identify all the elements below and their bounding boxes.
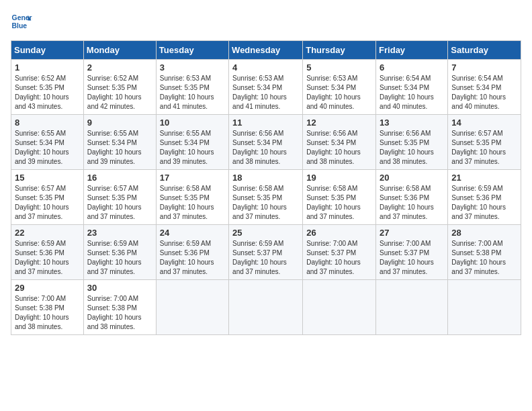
day-number: 1: [15, 62, 80, 73]
day-info: Sunrise: 6:52 AMSunset: 5:35 PMDaylight:…: [87, 74, 152, 111]
day-info: Sunrise: 6:56 AMSunset: 5:35 PMDaylight:…: [380, 129, 444, 167]
day-info: Sunrise: 6:56 AMSunset: 5:34 PMDaylight:…: [232, 129, 299, 167]
calendar-cell: 23Sunrise: 6:59 AMSunset: 5:36 PMDayligh…: [83, 225, 156, 280]
logo: General Blue: [11, 11, 35, 32]
day-info: Sunrise: 6:58 AMSunset: 5:35 PMDaylight:…: [160, 184, 225, 222]
calendar-cell: 27Sunrise: 7:00 AMSunset: 5:37 PMDayligh…: [376, 225, 448, 280]
calendar-table: SundayMondayTuesdayWednesdayThursdayFrid…: [11, 40, 521, 335]
day-info: Sunrise: 6:55 AMSunset: 5:34 PMDaylight:…: [87, 129, 152, 167]
day-info: Sunrise: 6:58 AMSunset: 5:35 PMDaylight:…: [306, 184, 372, 222]
week-row-1: 1Sunrise: 6:52 AMSunset: 5:35 PMDaylight…: [11, 60, 521, 115]
day-info: Sunrise: 6:54 AMSunset: 5:34 PMDaylight:…: [451, 74, 517, 111]
calendar-cell: 24Sunrise: 6:59 AMSunset: 5:36 PMDayligh…: [156, 225, 228, 280]
calendar-cell: [376, 280, 448, 335]
day-number: 20: [380, 173, 444, 183]
day-number: 5: [306, 62, 372, 73]
calendar-cell: 12Sunrise: 6:56 AMSunset: 5:34 PMDayligh…: [303, 115, 376, 170]
calendar-cell: 29Sunrise: 7:00 AMSunset: 5:38 PMDayligh…: [11, 280, 84, 335]
day-number: 14: [451, 118, 517, 128]
day-number: 23: [87, 228, 152, 238]
week-row-5: 29Sunrise: 7:00 AMSunset: 5:38 PMDayligh…: [11, 280, 521, 335]
day-info: Sunrise: 6:57 AMSunset: 5:35 PMDaylight:…: [451, 129, 517, 167]
day-info: Sunrise: 6:55 AMSunset: 5:34 PMDaylight:…: [160, 129, 225, 167]
day-number: 4: [232, 62, 299, 73]
calendar-cell: [303, 280, 376, 335]
day-number: 28: [451, 228, 517, 238]
calendar-cell: 1Sunrise: 6:52 AMSunset: 5:35 PMDaylight…: [11, 60, 84, 115]
logo-icon: General Blue: [11, 11, 32, 32]
header-sunday: Sunday: [11, 41, 84, 60]
day-number: 10: [160, 118, 225, 128]
day-info: Sunrise: 6:53 AMSunset: 5:34 PMDaylight:…: [306, 74, 372, 111]
day-number: 16: [87, 173, 152, 183]
calendar-cell: 30Sunrise: 7:00 AMSunset: 5:38 PMDayligh…: [83, 280, 156, 335]
calendar-cell: 8Sunrise: 6:55 AMSunset: 5:34 PMDaylight…: [11, 115, 84, 170]
calendar-cell: 15Sunrise: 6:57 AMSunset: 5:35 PMDayligh…: [11, 170, 84, 225]
week-row-2: 8Sunrise: 6:55 AMSunset: 5:34 PMDaylight…: [11, 115, 521, 170]
calendar-cell: 25Sunrise: 6:59 AMSunset: 5:37 PMDayligh…: [229, 225, 303, 280]
day-info: Sunrise: 6:53 AMSunset: 5:34 PMDaylight:…: [232, 74, 299, 111]
day-info: Sunrise: 6:59 AMSunset: 5:36 PMDaylight:…: [15, 239, 80, 277]
day-number: 29: [15, 283, 80, 293]
calendar-cell: 4Sunrise: 6:53 AMSunset: 5:34 PMDaylight…: [229, 60, 303, 115]
calendar-cell: [156, 280, 228, 335]
day-info: Sunrise: 6:59 AMSunset: 5:36 PMDaylight:…: [87, 239, 152, 277]
calendar-cell: 19Sunrise: 6:58 AMSunset: 5:35 PMDayligh…: [303, 170, 376, 225]
calendar-cell: 20Sunrise: 6:58 AMSunset: 5:36 PMDayligh…: [376, 170, 448, 225]
calendar-cell: 28Sunrise: 7:00 AMSunset: 5:38 PMDayligh…: [448, 225, 521, 280]
day-number: 11: [232, 118, 299, 128]
calendar-header-row: SundayMondayTuesdayWednesdayThursdayFrid…: [11, 41, 521, 60]
calendar-cell: 18Sunrise: 6:58 AMSunset: 5:35 PMDayligh…: [229, 170, 303, 225]
calendar-cell: 13Sunrise: 6:56 AMSunset: 5:35 PMDayligh…: [376, 115, 448, 170]
day-info: Sunrise: 6:53 AMSunset: 5:35 PMDaylight:…: [160, 74, 225, 111]
week-row-3: 15Sunrise: 6:57 AMSunset: 5:35 PMDayligh…: [11, 170, 521, 225]
day-number: 13: [380, 118, 444, 128]
header-thursday: Thursday: [303, 41, 376, 60]
calendar-cell: [229, 280, 303, 335]
day-number: 25: [232, 228, 299, 238]
day-number: 19: [306, 173, 372, 183]
day-info: Sunrise: 6:57 AMSunset: 5:35 PMDaylight:…: [15, 184, 80, 222]
header-tuesday: Tuesday: [156, 41, 228, 60]
calendar-cell: 26Sunrise: 7:00 AMSunset: 5:37 PMDayligh…: [303, 225, 376, 280]
day-info: Sunrise: 7:00 AMSunset: 5:37 PMDaylight:…: [380, 239, 444, 277]
page-header: General Blue: [11, 11, 521, 32]
calendar-cell: 11Sunrise: 6:56 AMSunset: 5:34 PMDayligh…: [229, 115, 303, 170]
day-number: 18: [232, 173, 299, 183]
day-info: Sunrise: 6:52 AMSunset: 5:35 PMDaylight:…: [15, 74, 80, 111]
day-number: 24: [160, 228, 225, 238]
day-info: Sunrise: 7:00 AMSunset: 5:38 PMDaylight:…: [451, 239, 517, 277]
calendar-cell: 16Sunrise: 6:57 AMSunset: 5:35 PMDayligh…: [83, 170, 156, 225]
day-number: 22: [15, 228, 80, 238]
day-info: Sunrise: 6:54 AMSunset: 5:34 PMDaylight:…: [380, 74, 444, 111]
day-number: 26: [306, 228, 372, 238]
calendar-cell: 21Sunrise: 6:59 AMSunset: 5:36 PMDayligh…: [448, 170, 521, 225]
day-number: 21: [451, 173, 517, 183]
day-number: 6: [380, 62, 444, 73]
svg-text:Blue: Blue: [12, 22, 28, 30]
day-info: Sunrise: 6:56 AMSunset: 5:34 PMDaylight:…: [306, 129, 372, 167]
calendar-cell: 9Sunrise: 6:55 AMSunset: 5:34 PMDaylight…: [83, 115, 156, 170]
calendar-cell: 17Sunrise: 6:58 AMSunset: 5:35 PMDayligh…: [156, 170, 228, 225]
day-number: 3: [160, 62, 225, 73]
day-info: Sunrise: 7:00 AMSunset: 5:37 PMDaylight:…: [306, 239, 372, 277]
calendar-cell: 22Sunrise: 6:59 AMSunset: 5:36 PMDayligh…: [11, 225, 84, 280]
day-info: Sunrise: 6:57 AMSunset: 5:35 PMDaylight:…: [87, 184, 152, 222]
day-number: 12: [306, 118, 372, 128]
day-info: Sunrise: 7:00 AMSunset: 5:38 PMDaylight:…: [15, 294, 80, 332]
header-monday: Monday: [83, 41, 156, 60]
week-row-4: 22Sunrise: 6:59 AMSunset: 5:36 PMDayligh…: [11, 225, 521, 280]
calendar-cell: 6Sunrise: 6:54 AMSunset: 5:34 PMDaylight…: [376, 60, 448, 115]
header-wednesday: Wednesday: [229, 41, 303, 60]
calendar-cell: 14Sunrise: 6:57 AMSunset: 5:35 PMDayligh…: [448, 115, 521, 170]
day-info: Sunrise: 6:58 AMSunset: 5:35 PMDaylight:…: [232, 184, 299, 222]
calendar-cell: 2Sunrise: 6:52 AMSunset: 5:35 PMDaylight…: [83, 60, 156, 115]
day-number: 7: [451, 62, 517, 73]
day-info: Sunrise: 6:59 AMSunset: 5:36 PMDaylight:…: [451, 184, 517, 222]
day-number: 2: [87, 62, 152, 73]
header-saturday: Saturday: [448, 41, 521, 60]
calendar-cell: [448, 280, 521, 335]
header-friday: Friday: [376, 41, 448, 60]
day-number: 30: [87, 283, 152, 293]
day-number: 8: [15, 118, 80, 128]
